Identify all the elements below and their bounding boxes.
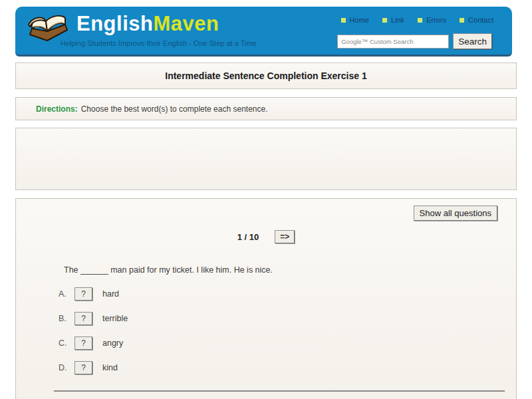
- logo-text-english: English: [76, 12, 153, 35]
- nav-label: Link: [391, 16, 404, 24]
- choice-text: kind: [102, 363, 118, 372]
- site-header: EnglishMaven Helping Students Improve th…: [15, 7, 512, 57]
- site-tagline: Helping Students Improve their English -…: [61, 39, 257, 47]
- question-text: The ______ man paid for my ticket. I lik…: [64, 265, 516, 275]
- top-nav: Home Link Errors Contact: [341, 16, 493, 24]
- choice-text: hard: [102, 289, 119, 299]
- choice-row-a: A. ? hard: [59, 287, 516, 301]
- choice-c-check-button[interactable]: ?: [74, 336, 92, 350]
- page-title: Intermediate Sentence Completion Exercis…: [165, 70, 366, 81]
- ad-placeholder-box: [15, 128, 517, 190]
- site-logo[interactable]: EnglishMaven: [76, 12, 219, 36]
- directions-bar: Directions: Choose the best word(s) to c…: [15, 97, 517, 120]
- nav-item-contact[interactable]: Contact: [460, 16, 493, 24]
- nav-item-home[interactable]: Home: [341, 16, 369, 24]
- nav-label: Contact: [468, 16, 493, 24]
- choice-row-b: B. ? terrible: [59, 311, 516, 325]
- search-button[interactable]: Search: [453, 33, 492, 49]
- choice-letter: C.: [59, 338, 74, 348]
- choice-a-check-button[interactable]: ?: [74, 287, 92, 301]
- choice-d-check-button[interactable]: ?: [74, 361, 92, 374]
- question-progress: 1 / 10: [237, 232, 259, 242]
- progress-row: 1 / 10 =>: [16, 230, 516, 243]
- nav-item-errors[interactable]: Errors: [418, 16, 446, 24]
- choice-b-check-button[interactable]: ?: [74, 312, 92, 325]
- bullet-icon: [418, 18, 422, 23]
- choice-text: terrible: [102, 314, 128, 323]
- next-question-button[interactable]: =>: [275, 230, 295, 243]
- bullet-icon: [341, 18, 346, 23]
- directions-text: Choose the best word(s) to complete each…: [81, 104, 268, 114]
- nav-item-link[interactable]: Link: [382, 16, 404, 24]
- page: EnglishMaven Helping Students Improve th…: [0, 0, 532, 399]
- directions-label: Directions:: [36, 104, 78, 114]
- title-bar: Intermediate Sentence Completion Exercis…: [15, 63, 517, 89]
- show-all-questions-button[interactable]: Show all questions: [414, 205, 497, 221]
- choice-row-c: C. ? angry: [59, 336, 516, 350]
- choice-text: angry: [102, 338, 123, 348]
- nav-label: Errors: [426, 16, 446, 24]
- search-input[interactable]: [337, 35, 449, 49]
- bullet-icon: [460, 18, 464, 23]
- choices-list: A. ? hard B. ? terrible C. ? angry D. ? …: [59, 287, 516, 374]
- choice-letter: D.: [59, 363, 74, 372]
- logo-text-maven: Maven: [153, 12, 219, 35]
- quiz-panel: Show all questions 1 / 10 => The ______ …: [15, 198, 517, 399]
- question-divider: [54, 390, 505, 392]
- bullet-icon: [382, 18, 387, 23]
- nav-label: Home: [350, 16, 369, 24]
- choice-letter: B.: [59, 314, 74, 323]
- choice-row-d: D. ? kind: [59, 360, 516, 374]
- show-all-row: Show all questions: [16, 199, 516, 221]
- choice-letter: A.: [59, 289, 74, 299]
- search-area: Search: [337, 33, 492, 49]
